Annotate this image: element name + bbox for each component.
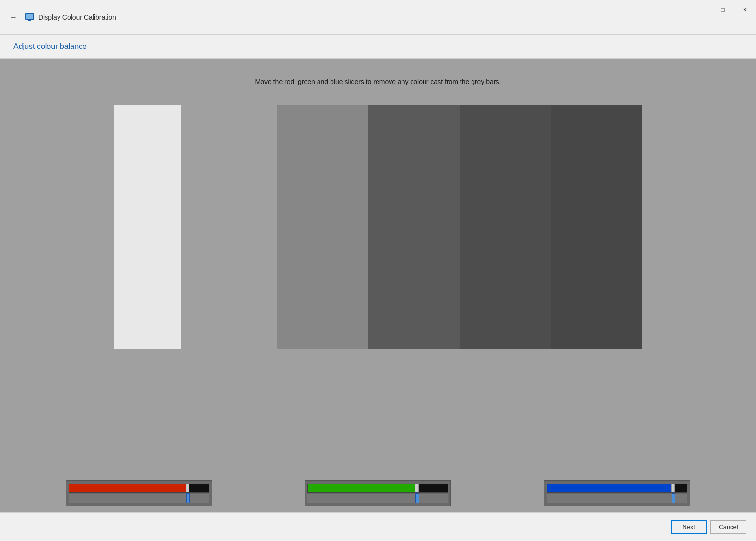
red-slider-track[interactable]: [69, 484, 209, 493]
red-slider-fill: [69, 484, 188, 492]
green-slider-value-thumb[interactable]: [415, 493, 419, 503]
blue-slider-track[interactable]: [547, 484, 687, 493]
red-slider-container: [66, 480, 212, 506]
minimize-button[interactable]: —: [690, 0, 712, 19]
instruction-text: Move the red, green and blue sliders to …: [255, 78, 501, 85]
maximize-button[interactable]: □: [712, 0, 734, 19]
next-button[interactable]: Next: [671, 520, 707, 534]
grey-bar-4: [551, 105, 642, 349]
window-title: Display Colour Calibration: [38, 13, 116, 21]
grey-bar-1: [277, 105, 368, 349]
grey-bar-3: [460, 105, 551, 349]
blue-slider-container: [544, 480, 690, 506]
grey-bars: [277, 105, 642, 349]
blue-slider-fill: [547, 484, 673, 492]
page-subtitle: Adjust colour balance: [13, 42, 87, 51]
main-content: Move the red, green and blue sliders to …: [0, 59, 756, 512]
white-bar: [114, 105, 181, 349]
green-slider-container: [305, 480, 451, 506]
cancel-button[interactable]: Cancel: [710, 520, 746, 534]
svg-rect-3: [27, 21, 32, 21]
close-button[interactable]: ✕: [734, 0, 756, 19]
svg-rect-2: [28, 20, 31, 21]
titlebar: ← Display Colour Calibration — □ ✕: [0, 0, 756, 35]
green-slider-value-track[interactable]: [307, 494, 448, 503]
footer: Next Cancel: [0, 512, 756, 541]
blue-slider-thumb[interactable]: [671, 484, 675, 493]
app-icon: [25, 12, 35, 22]
red-slider-value-track[interactable]: [69, 494, 209, 503]
svg-rect-1: [26, 14, 33, 19]
green-slider-thumb[interactable]: [415, 484, 419, 493]
titlebar-controls: — □ ✕: [690, 0, 756, 19]
subtitlebar: Adjust colour balance: [0, 35, 756, 59]
red-slider-value-thumb[interactable]: [186, 493, 190, 503]
back-button[interactable]: ←: [6, 11, 21, 24]
blue-slider-value-thumb[interactable]: [672, 493, 675, 503]
green-slider-track[interactable]: [307, 484, 448, 493]
sliders-section: [0, 474, 756, 512]
color-bars-container: [114, 105, 642, 349]
green-slider-fill: [308, 484, 417, 492]
red-slider-thumb[interactable]: [186, 484, 189, 493]
grey-bar-2: [368, 105, 460, 349]
blue-slider-value-track[interactable]: [547, 494, 687, 503]
titlebar-left: ← Display Colour Calibration: [6, 11, 116, 24]
